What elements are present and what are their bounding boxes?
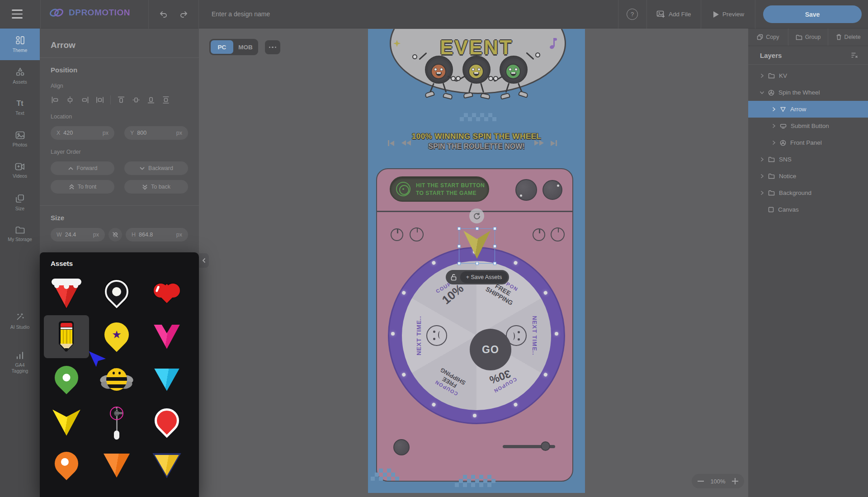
group-label: Group [805,34,821,40]
help-button[interactable]: ? [627,9,638,20]
y-position-input[interactable]: Y800 px [124,126,188,140]
layer-row-background[interactable]: Background [748,185,868,201]
resize-handle[interactable] [493,262,496,265]
zoom-in-button[interactable] [732,478,738,484]
resize-handle[interactable] [458,245,461,248]
volume-knob [393,439,410,455]
align-right-icon[interactable] [80,95,90,104]
rotate-handle[interactable] [469,208,484,223]
layer-row-kv[interactable]: KV [748,67,868,84]
preview-button[interactable]: Preview [713,0,744,28]
sidebar-item-label: My Storage [8,237,32,242]
record-character [500,56,528,105]
add-file-icon [656,10,665,18]
distribute-vertical-icon[interactable] [161,95,170,104]
resize-handle[interactable] [493,245,496,248]
theme-icon [15,36,25,45]
asset-yellow-chevron-arrow[interactable] [44,401,89,444]
ring-light [473,414,476,417]
asset-star-location-pin[interactable]: ★ [94,315,139,358]
to-front-button[interactable]: To front [51,180,114,194]
collapse-layers-icon[interactable] [851,52,858,58]
resize-handle[interactable] [458,262,461,265]
design-name-input[interactable] [212,6,347,22]
forward-button[interactable]: Forward [51,161,114,175]
distribute-horizontal-icon[interactable] [95,95,104,104]
height-input[interactable]: H864.8 px [126,228,188,241]
asset-red-heart[interactable] [144,272,189,315]
unlink-dimensions-toggle[interactable] [108,228,122,241]
more-options-button[interactable] [265,40,280,54]
app-logo[interactable]: DPROMOTION [49,7,130,18]
zoom-level: 100% [710,478,725,485]
tab-mob[interactable]: MOB [234,40,257,54]
h-prefix: H [132,232,136,238]
redo-button[interactable] [177,8,190,21]
layer-row-sns[interactable]: SNS [748,151,868,168]
asset-cyan-triangle[interactable] [144,358,189,401]
asset-orange-triangle[interactable] [94,444,139,487]
hand [488,76,493,81]
hamburger-menu-icon[interactable] [12,9,23,19]
sidebar-item-theme[interactable]: Theme [0,28,40,60]
design-canvas[interactable]: EVENT [368,29,585,493]
group-button[interactable]: Group [788,28,828,46]
align-center-horizontal-icon[interactable] [66,95,75,104]
asset-bee[interactable] [94,358,139,401]
go-label: GO [482,344,499,356]
resize-handle[interactable] [458,227,461,230]
sidebar-item-photos[interactable]: Photos [0,123,40,155]
width-input[interactable]: W24.4 px [51,228,105,241]
asset-pink-chevron-arrow[interactable] [144,315,189,358]
tab-pc[interactable]: PC [211,40,233,54]
sidebar-item-my-storage[interactable]: My Storage [0,218,40,250]
asset-sewing-pin[interactable] [94,401,139,444]
copy-icon [757,34,763,40]
delete-button[interactable]: Delete [828,28,868,46]
layer-row-front-panel[interactable]: Front Panel [748,134,868,151]
x-position-input[interactable]: X420 px [51,126,114,140]
hand [456,76,461,81]
size-section-header: Size [40,206,199,222]
layer-row-submit-button[interactable]: Submit Button [748,118,868,134]
asset-black-location-pin[interactable] [94,272,139,315]
collapse-panel-button[interactable] [199,253,209,268]
go-button[interactable]: GO [470,329,511,370]
undo-button[interactable] [157,8,170,21]
folder-icon [15,226,25,234]
layer-row-canvas[interactable]: Canvas [748,201,868,218]
sidebar-item-ga4-tagging[interactable]: GA4 Tagging [0,343,40,383]
zoom-out-button[interactable] [698,478,704,484]
asset-orange-location-pin[interactable] [44,444,89,487]
layer-row-arrow[interactable]: Arrow [748,101,868,118]
resize-handle[interactable] [493,227,496,230]
copy-button[interactable]: Copy [748,28,788,46]
asset-yellow-navy-triangle[interactable] [144,444,189,487]
sidebar-item-label: Size [15,206,24,212]
save-button[interactable]: Save [763,5,862,23]
sidebar-item-videos[interactable]: Videos [0,155,40,187]
align-top-icon[interactable] [117,95,126,104]
layer-row-spin-the-wheel[interactable]: Spin the Wheel [748,84,868,101]
save-assets-button[interactable]: + Save Assets [446,270,509,284]
align-center-vertical-icon[interactable] [132,95,141,104]
align-left-icon[interactable] [51,95,60,104]
asset-red-location-pin[interactable] [144,401,189,444]
sidebar-item-assets[interactable]: Assets [0,60,40,92]
to-back-button[interactable]: To back [124,180,188,194]
sidebar-item-text[interactable]: Tt Text [0,92,40,123]
bar-chart-icon [15,351,24,360]
asset-yellow-pencil[interactable] [44,315,89,358]
add-file-button[interactable]: Add File [656,0,691,28]
align-bottom-icon[interactable] [146,95,156,104]
sidebar-item-ai-studio[interactable]: AI Studio [0,305,40,337]
asset-red-snow-arrow[interactable] [44,272,89,315]
sidebar-item-size[interactable]: Size [0,187,40,218]
resize-handle[interactable] [476,262,479,265]
asset-green-location-pin[interactable] [44,358,89,401]
resize-handle[interactable] [476,227,479,230]
double-chevron-up-icon [69,184,75,190]
backward-button[interactable]: Backward [124,161,188,175]
layer-row-notice[interactable]: Notice [748,168,868,185]
layer-label: Arrow [790,106,806,113]
